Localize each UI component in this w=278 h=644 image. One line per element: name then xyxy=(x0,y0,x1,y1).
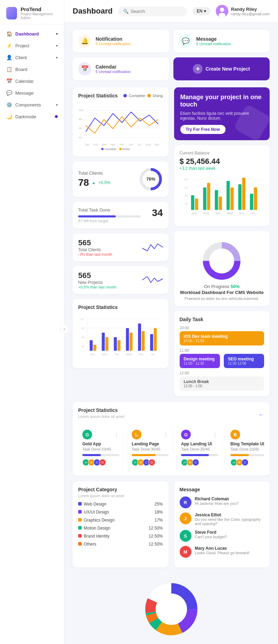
svg-text:Tue: Tue xyxy=(215,212,220,215)
svg-rect-64 xyxy=(203,188,206,210)
category-item-brand: Brand Identity 12.50% xyxy=(78,533,163,539)
stat-value: 565 xyxy=(78,238,112,247)
sidebar-item-label: Client xyxy=(15,55,27,60)
svg-rect-62 xyxy=(191,195,194,210)
workload-title: Workload Dashboard For CMS Website xyxy=(180,290,264,295)
category-item-others: Others 12.50% xyxy=(78,541,163,547)
pc-task-gold: Task Done:23/45 xyxy=(82,447,119,451)
svg-text:Thu: Thu xyxy=(239,212,244,215)
svg-rect-40 xyxy=(114,337,117,351)
task-name-1: iOS Dev team meeting xyxy=(184,334,260,339)
svg-rect-36 xyxy=(90,340,93,351)
sidebar-item-label: Message xyxy=(15,90,34,96)
language-button[interactable]: EN ▾ xyxy=(193,7,210,15)
user-email: randy.riley@gmail.com xyxy=(231,12,270,16)
task-done-info: Total Task Done 87 left from target xyxy=(78,207,141,223)
darkmode-toggle[interactable] xyxy=(55,115,58,118)
task-done-progress-bar xyxy=(78,215,141,217)
msg-text-3: Steve Ford Can't your budget? xyxy=(195,530,227,539)
svg-rect-38 xyxy=(102,333,105,351)
more-options-button[interactable]: ⋮ xyxy=(212,431,218,438)
sidebar-item-board[interactable]: 📋 Board xyxy=(0,63,64,75)
sidebar-item-darkmode[interactable]: 🌙 Darkmode xyxy=(0,111,64,122)
more-options-button[interactable]: ⋮ xyxy=(262,431,264,438)
pc-icon-gold: G xyxy=(82,430,92,439)
sidebar-toggle-button[interactable]: ‹ xyxy=(60,325,69,334)
svg-point-90 xyxy=(156,594,187,625)
message-title: Message xyxy=(180,487,264,492)
msg-name-3: Steve Ford xyxy=(195,530,227,535)
sparkline-icon xyxy=(142,241,163,254)
svg-rect-71 xyxy=(242,178,245,210)
msg-name-4: Mary Ann Lucas xyxy=(195,546,250,551)
svg-text:Jul: Jul xyxy=(137,143,141,146)
pc-fill-landing xyxy=(132,454,156,456)
donut-wrapper xyxy=(180,237,264,284)
create-project-button[interactable]: + Create New Project xyxy=(173,57,270,80)
darkmode-icon: 🌙 xyxy=(6,114,12,119)
svg-text:Mei: Mei xyxy=(120,143,124,146)
pc-header: B ⋮ xyxy=(230,430,264,439)
search-icon: 🔍 xyxy=(123,9,129,14)
search-input[interactable] xyxy=(131,9,179,14)
sidebar-item-project[interactable]: ⚡ Project ▾ xyxy=(0,40,64,51)
chart-title: Project Statistics Complete Doing xyxy=(78,93,163,98)
svg-text:Aug: Aug xyxy=(146,143,151,146)
notification-row: 🔔 Notification 5 Unread notification 💬 M… xyxy=(73,30,270,53)
task-time-2b: 11:30 12:00 xyxy=(228,361,260,365)
msg-item-1: R Richard Coleman Hi Jackma! How are you… xyxy=(180,496,264,508)
sidebar-item-calendar[interactable]: 📅 Calendar xyxy=(0,75,64,87)
task-time-3: 12:00 - 1:00 xyxy=(184,384,260,388)
task-name-2a: Design meeting xyxy=(184,357,216,361)
balance-label: Current Balance xyxy=(180,151,264,156)
sidebar-item-message[interactable]: 💬 Message xyxy=(0,87,64,99)
sidebar-item-dashboard[interactable]: 🏠 Dashboard ▾ xyxy=(0,28,64,40)
calendar-notif-icon: 📅 xyxy=(78,62,91,75)
project-section-sub: Lorem ipsum dolor sit amet xyxy=(78,414,124,419)
pc-avatars-landing: A B C D xyxy=(132,459,169,466)
project-card-app-landing: G ⋮ App Landing UI Task Done:35/45 A B C xyxy=(177,426,222,470)
svg-rect-66 xyxy=(215,190,218,210)
task-done-sub: 87 left from target xyxy=(78,219,141,223)
logo-icon xyxy=(6,7,17,19)
cat-dot-others xyxy=(78,542,82,546)
msg-text-1: Richard Coleman Hi Jackma! How are you? xyxy=(195,496,238,506)
sidebar-item-components[interactable]: ⚙️ Components ▾ xyxy=(0,99,64,111)
logo-title: ProTend xyxy=(21,6,58,12)
pc-task-landing: Task Done:30/45 xyxy=(132,447,169,451)
svg-rect-45 xyxy=(142,331,145,351)
svg-text:80: 80 xyxy=(82,327,84,329)
svg-text:Sun: Sun xyxy=(191,212,197,215)
task-name-2b: SEO meeting xyxy=(228,357,260,361)
msg-text-2: Jessica Elliot Do you need like the Colo… xyxy=(195,512,264,526)
avatar-4: D xyxy=(99,459,106,466)
svg-text:80: 80 xyxy=(185,186,188,189)
more-options-button[interactable]: ⋮ xyxy=(163,431,169,438)
right-column: Manage your project in one touch Etiam f… xyxy=(174,87,270,396)
svg-text:Jan: Jan xyxy=(85,143,89,146)
on-progress-card: On Progress 50% Workload Dashboard For C… xyxy=(174,231,270,306)
svg-rect-46 xyxy=(150,334,153,351)
total-task-done-card: Total Task Done 87 left from target 34 xyxy=(73,202,169,229)
svg-rect-41 xyxy=(117,340,121,351)
svg-rect-42 xyxy=(126,328,129,351)
svg-text:40: 40 xyxy=(79,136,82,139)
time-label-1: 10:00 xyxy=(180,326,264,330)
legend-complete: Complete xyxy=(129,94,145,98)
project-cards-row: G ⋮ Gold App Task Done:23/45 A B C D xyxy=(78,426,264,470)
on-progress-text: On Progress 50% Workload Dashboard For C… xyxy=(180,284,264,301)
sidebar-item-client[interactable]: 👤 Client ▾ xyxy=(0,51,64,63)
pc-avatars-blog: A B C xyxy=(230,459,264,466)
promo-button[interactable]: Try For Free Now xyxy=(180,125,226,134)
pc-avatars-app: A B C xyxy=(181,459,218,466)
search-box[interactable]: 🔍 xyxy=(118,7,187,16)
arrow-left-icon[interactable]: ← xyxy=(259,412,264,418)
svg-text:Sun: Sun xyxy=(90,353,95,356)
svg-text:40: 40 xyxy=(82,345,84,348)
line-chart-svg: 100 80 60 40 Jan Feb Mar Ap xyxy=(78,101,163,150)
pc-icon-landing: L xyxy=(132,430,141,439)
pc-progress-gold xyxy=(82,454,119,456)
more-options-button[interactable]: ⋮ xyxy=(114,431,119,438)
task-ios-meeting: iOS Dev team meeting 10:00 - 11:00 xyxy=(180,331,264,345)
task-time-2a: 11:00 - 11:30 xyxy=(184,361,216,365)
